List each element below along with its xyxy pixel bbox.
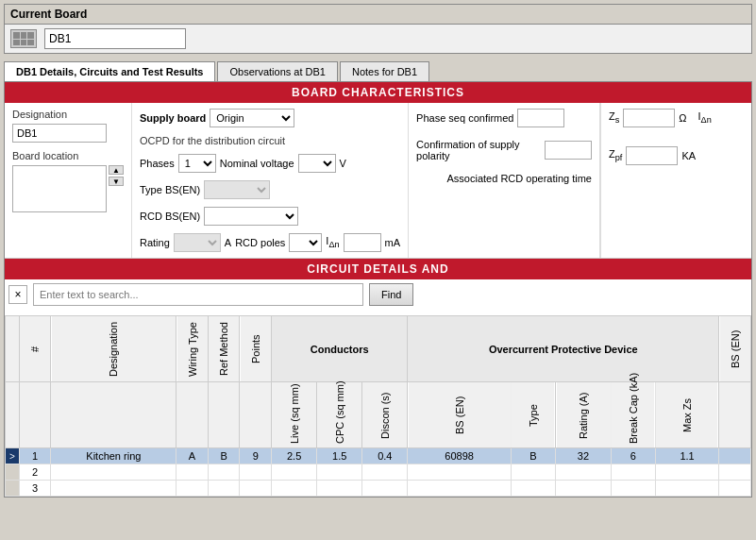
row-bsen2 [719, 464, 751, 481]
zs-unit: Ω [679, 112, 686, 124]
sub-bsen2 [719, 382, 751, 448]
zs-input[interactable] [623, 109, 675, 127]
sub-wiring [176, 382, 209, 448]
voltage-unit: V [340, 158, 346, 169]
row-indicator [6, 464, 20, 481]
phases-label: Phases [140, 158, 175, 169]
sub-discon: Discon (s) [362, 382, 408, 448]
type-row: Type BS(EN) [140, 180, 400, 199]
col-hash: # [19, 316, 51, 382]
rcd-bsen-select[interactable] [204, 207, 298, 226]
row-indicator: > [6, 448, 20, 464]
nominal-voltage-select[interactable] [298, 154, 336, 173]
row-designation [51, 464, 176, 481]
rating-select[interactable] [174, 233, 221, 252]
sub-type: Type [511, 382, 555, 448]
type-bsen-select[interactable] [204, 180, 270, 199]
confirmation-section: Phase seq confirmed Confirmation of supp… [409, 103, 600, 258]
board-location-input[interactable] [12, 165, 107, 212]
idelta-n-unit: mA [385, 237, 401, 248]
ka-unit: KA [681, 150, 696, 161]
tab-db1-details[interactable]: DB1 Details, Circuits and Test Results [4, 61, 215, 81]
phase-seq-input[interactable] [517, 109, 564, 127]
board-name-input[interactable] [44, 28, 186, 49]
col-wiring-type: Wiring Type [176, 316, 209, 382]
row-num: 1 [19, 448, 51, 464]
row-cpc [317, 481, 362, 497]
row-num: 3 [19, 481, 51, 497]
sub-live: Live (sq mm) [272, 382, 317, 448]
phase-seq-label: Phase seq confirmed [416, 112, 513, 124]
row-wiring-type [176, 464, 209, 481]
close-search-btn[interactable]: × [8, 285, 27, 304]
zpf-input[interactable] [626, 146, 678, 165]
ocpd-label: OCPD for the distribution circuit [140, 135, 400, 146]
rating-label: Rating [140, 237, 170, 248]
row-points [240, 464, 272, 481]
board-characteristics-header: BOARD CHARACTERISTICS [5, 82, 751, 103]
confirm-supply-input[interactable] [545, 141, 592, 160]
circuit-details-header: CIRCUIT DETAILS AND [5, 259, 751, 279]
rcd-bsen-row: RCD BS(EN) [140, 207, 400, 226]
zpf-label: Zpf [609, 148, 622, 162]
supply-board-select[interactable]: Origin [210, 109, 294, 127]
sub-break-cap: Break Cap (kA) [611, 382, 655, 448]
scroll-down-btn[interactable]: ▼ [109, 177, 124, 186]
sub-max-zs: Max Zs [655, 382, 718, 448]
col-points: Points [240, 316, 272, 382]
board-location-label: Board location [12, 150, 124, 161]
search-input[interactable] [33, 283, 363, 306]
tab-observations[interactable]: Observations at DB1 [217, 61, 338, 81]
sub-ref [208, 382, 240, 448]
row-cpc [317, 464, 362, 481]
board-chars-grid: Designation Board location ▲ ▼ Supply bo… [5, 103, 751, 259]
phases-select[interactable]: 1 3 [178, 154, 216, 173]
confirm-supply-row: Confirmation of supply polarity [416, 139, 592, 161]
row-max-zs [655, 464, 718, 481]
row-discon [362, 481, 408, 497]
row-type: B [511, 448, 555, 464]
row-wiring-type [176, 481, 209, 497]
current-board-title: Current Board [5, 5, 751, 25]
row-type [511, 464, 555, 481]
nominal-voltage-label: Nominal voltage [220, 158, 294, 169]
row-bsen2 [719, 448, 751, 464]
row-type [511, 481, 555, 497]
phase-seq-row: Phase seq confirmed [416, 109, 592, 127]
col-overcurrent-group: Overcurrent Protective Device [408, 316, 719, 382]
scroll-up-btn[interactable]: ▲ [109, 165, 124, 175]
row-bsen: 60898 [408, 448, 512, 464]
row-designation [51, 481, 176, 497]
find-btn[interactable]: Find [369, 283, 413, 306]
idelta-n-input[interactable] [344, 233, 381, 252]
supply-section: Supply board Origin OCPD for the distrib… [132, 103, 409, 258]
rcd-poles-label: RCD poles [235, 237, 285, 248]
row-ref-method: B [208, 448, 240, 464]
table-row[interactable]: >1Kitchen ringAB92.51.50.460898B3261.1 [6, 448, 751, 464]
zpf-row: Zpf KA [609, 146, 744, 165]
row-max-zs [655, 481, 718, 497]
supply-row1: Supply board Origin [140, 109, 400, 127]
table-row[interactable]: 3 [6, 481, 751, 497]
row-live [272, 481, 317, 497]
row-rating [556, 464, 612, 481]
rcd-bsen-label: RCD BS(EN) [140, 211, 200, 222]
tab-notes[interactable]: Notes for DB1 [340, 61, 429, 81]
row-points [240, 481, 272, 497]
row-num: 2 [19, 464, 51, 481]
designation-input[interactable] [12, 124, 107, 143]
sub-hash [19, 382, 51, 448]
idelta-n-label: IΔn [326, 235, 339, 249]
associated-rcd-label: Associated RCD operating time [447, 173, 592, 184]
col-conductors-group: Conductors [272, 316, 408, 382]
table-row[interactable]: 2 [6, 464, 751, 481]
row-wiring-type: A [176, 448, 209, 464]
sub-designation [51, 382, 176, 448]
row-designation: Kitchen ring [51, 448, 176, 464]
col-ref-method: Ref Method [208, 316, 240, 382]
rcd-poles-select[interactable] [289, 233, 322, 252]
sub-cpc: CPC (sq mm) [317, 382, 362, 448]
col-bsen2: BS (EN) [719, 316, 751, 382]
row-bsen2 [719, 481, 751, 497]
circuit-table-wrapper[interactable]: # Designation Wiring Type Ref Method Poi… [5, 315, 751, 497]
